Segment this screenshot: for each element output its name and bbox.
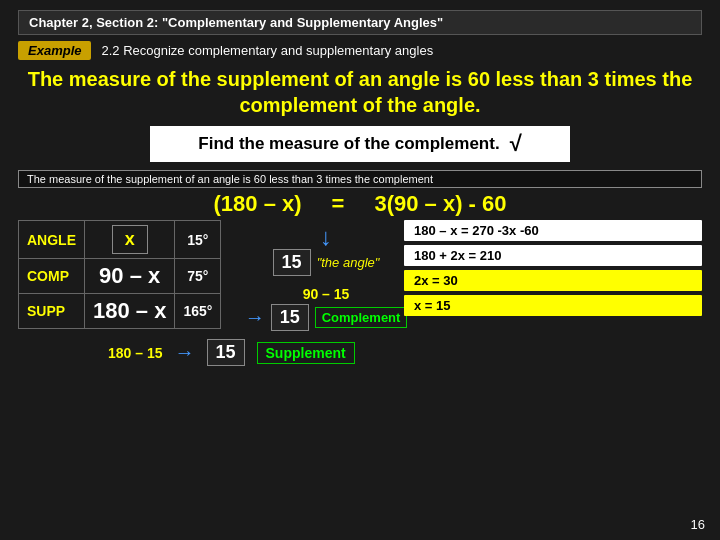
header-title: Chapter 2, Section 2: "Complementary and…: [29, 15, 443, 30]
problem-line1: The measure of the supplement of an angl…: [18, 66, 702, 92]
arrow-right-supp: →: [175, 341, 195, 364]
label-angle: ANGLE: [19, 221, 85, 259]
step-1: 180 – x = 270 -3x -60: [404, 220, 702, 241]
val-row-1: 15 "the angle": [273, 249, 380, 276]
step-4: x = 15: [404, 295, 702, 316]
step-3: 2x = 30: [404, 270, 702, 291]
eq-equals: =: [332, 191, 345, 217]
supp-calc: 180 – 15: [108, 345, 163, 361]
example-badge: Example: [18, 41, 91, 60]
degree-angle: 15°: [175, 221, 221, 259]
problem-line2: complement of the angle.: [18, 92, 702, 118]
degree-supp: 165°: [175, 294, 221, 329]
x-value: x: [112, 225, 148, 254]
main-problem: The measure of the supplement of an angl…: [18, 66, 702, 118]
steps-area: 180 – x = 270 -3x -60 180 + 2x = 210 2x …: [404, 220, 702, 331]
main-rows: ANGLE x 15° COMP 90 – x 75° SUPP 180 – x: [18, 220, 702, 331]
value-15-comp: 15: [271, 304, 309, 331]
find-text: Find the measure of the complement.: [198, 134, 499, 154]
supplement-label: Supplement: [257, 342, 355, 364]
complement-label: Complement: [315, 307, 408, 328]
label-supp: SUPP: [19, 294, 85, 329]
angle-table-container: ANGLE x 15° COMP 90 – x 75° SUPP 180 – x: [18, 220, 248, 331]
comp-calc-group: 90 – 15 → 15 Complement: [245, 286, 408, 331]
page-number: 16: [691, 517, 705, 532]
arrow-down-1: ↓: [320, 225, 332, 249]
expr-supp: 180 – x: [85, 294, 175, 329]
header-bar: Chapter 2, Section 2: "Complementary and…: [18, 10, 702, 35]
supplement-row: 180 – 15 → 15 Supplement: [18, 339, 702, 366]
label-comp: COMP: [19, 259, 85, 294]
comp-calc: 90 – 15: [245, 286, 408, 302]
restatement-line: The measure of the supplement of an angl…: [18, 170, 702, 188]
table-row-supp: SUPP 180 – x 165°: [19, 294, 221, 329]
expr-angle: x: [85, 221, 175, 259]
equation-line: (180 – x) = 3(90 – x) - 60: [18, 191, 702, 217]
sqrt-icon: √: [510, 131, 522, 157]
arrow-group-1: ↓ 15 "the angle": [273, 225, 380, 276]
eq-left: (180 – x): [214, 191, 302, 217]
degree-comp: 75°: [175, 259, 221, 294]
example-description: 2.2 Recognize complementary and suppleme…: [101, 43, 433, 58]
eq-right: 3(90 – x) - 60: [374, 191, 506, 217]
example-row: Example 2.2 Recognize complementary and …: [18, 41, 702, 60]
value-15-supp: 15: [207, 339, 245, 366]
quote-angle: "the angle": [317, 255, 380, 270]
find-box-container: Find the measure of the complement. √: [18, 122, 702, 166]
arrow-right-comp: →: [245, 306, 265, 329]
value-15-1: 15: [273, 249, 311, 276]
expr-comp: 90 – x: [85, 259, 175, 294]
angle-data-table: ANGLE x 15° COMP 90 – x 75° SUPP 180 – x: [18, 220, 221, 329]
table-row-comp: COMP 90 – x 75°: [19, 259, 221, 294]
table-row-angle: ANGLE x 15°: [19, 221, 221, 259]
step-2: 180 + 2x = 210: [404, 245, 702, 266]
angle-table: ANGLE x 15° COMP 90 – x 75° SUPP 180 – x: [18, 220, 248, 329]
comp-val-row: → 15 Complement: [245, 304, 408, 331]
slide: Chapter 2, Section 2: "Complementary and…: [0, 0, 720, 540]
find-box: Find the measure of the complement. √: [150, 126, 570, 162]
center-col: ↓ 15 "the angle" 90 – 15 → 15 Complement: [256, 220, 396, 331]
